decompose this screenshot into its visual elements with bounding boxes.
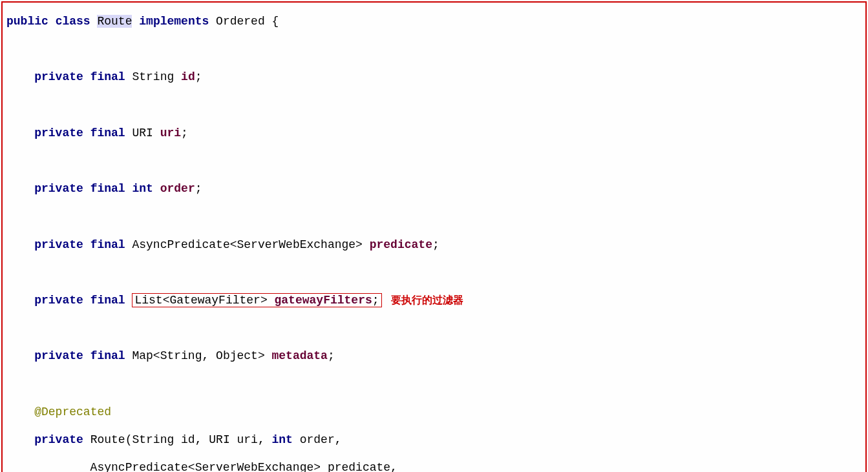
keyword-modifiers: private final (34, 70, 125, 83)
semicolon: ; (432, 238, 439, 251)
field-uri: private final URI uri; (6, 119, 862, 147)
keyword-int: int (125, 182, 153, 195)
blank-line (6, 314, 862, 342)
constructor-line2: AsyncPredicate<ServerWebExchange> predic… (6, 454, 862, 472)
constructor-line1: private Route(String id, URI uri, int or… (6, 426, 862, 454)
blank-line (6, 36, 862, 63)
keyword-public: public (6, 15, 48, 28)
field-name: predicate (370, 238, 432, 251)
annotation: @Deprecated (34, 405, 111, 418)
keyword-modifiers: private final (34, 182, 125, 195)
type: String (125, 70, 181, 83)
field-name: gatewayFilters (275, 294, 372, 307)
type: AsyncPredicate<ServerWebExchange> (125, 238, 370, 251)
code-line: public class Route implements Ordered { (6, 8, 862, 36)
field-order: private final int order; (6, 175, 862, 203)
keyword-modifiers: private final (34, 127, 125, 139)
blank-line (6, 203, 862, 231)
semicolon: ; (372, 294, 379, 307)
field-name: uri (160, 127, 181, 139)
field-gateway-filters: private final List<GatewayFilter> gatewa… (6, 287, 862, 314)
semicolon: ; (181, 127, 188, 139)
field-predicate: private final AsyncPredicate<ServerWebEx… (6, 231, 862, 259)
code-text: AsyncPredicate<ServerWebExchange> predic… (6, 461, 397, 472)
field-name: id (181, 70, 195, 83)
type: Map<String, Object> (125, 349, 272, 362)
keyword-modifiers: private final (34, 294, 125, 307)
keyword-implements: implements (139, 15, 209, 28)
keyword-int: int (272, 433, 293, 446)
keyword-private: private (34, 433, 83, 446)
keyword-modifiers: private final (34, 349, 125, 362)
code-text: Route(String id, URI uri, (83, 433, 272, 446)
blank-line (6, 147, 862, 175)
class-name: Route (97, 15, 132, 28)
field-metadata: private final Map<String, Object> metada… (6, 342, 862, 370)
field-id: private final String id; (6, 63, 862, 91)
code-block-container: public class Route implements Ordered { … (1, 1, 867, 472)
keyword-modifiers: private final (34, 238, 125, 251)
annotation-comment: 要执行的过滤器 (391, 294, 463, 305)
semicolon: ; (328, 349, 335, 362)
type: URI (125, 127, 160, 139)
field-name: order (160, 182, 195, 195)
semicolon: ; (195, 70, 202, 83)
code-text: Ordered { (209, 15, 279, 28)
blank-line (6, 259, 862, 287)
deprecated-annotation: @Deprecated (6, 398, 862, 426)
type: List<GatewayFilter> (134, 294, 274, 307)
code-text: order, (293, 433, 342, 446)
field-name: metadata (272, 349, 328, 362)
blank-line (6, 92, 862, 119)
keyword-class: class (56, 15, 90, 28)
highlighted-box: List<GatewayFilter> gatewayFilters; (132, 293, 381, 307)
blank-line (6, 370, 862, 398)
semicolon: ; (195, 182, 202, 195)
